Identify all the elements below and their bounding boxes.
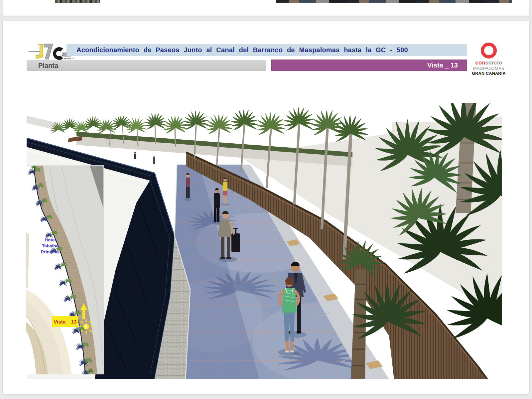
sheet-title-bar: Acondicionamiento de Paseos Junto al Can…: [66, 44, 467, 56]
sun-icon: [79, 319, 93, 334]
jtc-logo-text-line3: CANARIA, S.A.: [62, 58, 74, 60]
consorcio-maspalomas-logo: consorcio MASPALOMAS GRAN CANARIA: [471, 41, 506, 76]
view-number-bar: Vista _ 13: [271, 60, 467, 71]
consorcio-wordmark: consorcio: [475, 60, 502, 66]
inset-plan-image: Hotel Tabaiba Princess Vista _ 13: [26, 165, 104, 374]
sheet-title: Acondicionamiento de Paseos Junto al Can…: [66, 46, 408, 54]
previous-page-image-fragment: [276, 0, 512, 3]
view-number-label: Vista _ 13: [427, 62, 466, 69]
hotel-label-line3: Princess: [41, 249, 60, 254]
consorcio-grancanaria-text: GRAN CANARIA: [472, 71, 506, 76]
consorcio-maspalomas-text: MASPALOMAS: [473, 66, 504, 71]
previous-page-image-fragment: [55, 0, 100, 3]
previous-page: [3, 0, 529, 16]
sheet-type-bar: Planta: [27, 60, 266, 71]
consorcio-ring-icon: [482, 44, 495, 57]
hotel-label-line2: Tabaiba: [42, 243, 59, 248]
sheet-type-label: Planta: [27, 62, 58, 69]
view-marker-label: Vista _ 13: [54, 319, 77, 325]
document-viewer: { "header": { "jtc_logo": { "line1": "IN…: [0, 0, 532, 399]
hotel-label-line1: Hotel: [45, 237, 56, 242]
